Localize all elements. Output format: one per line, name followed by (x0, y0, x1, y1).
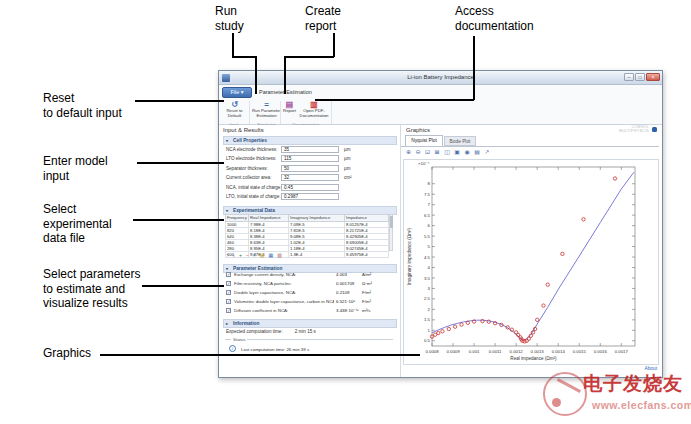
delete-row-icon[interactable]: − (246, 252, 249, 259)
table-toolbar: ↑↓+−×▨▦▥ (226, 252, 282, 259)
reset-to-default-button[interactable]: ↺ Reset to Default (221, 100, 248, 122)
annotation-reset-to-default: Reset to default input (43, 91, 122, 120)
field-input[interactable]: 32 (281, 174, 339, 181)
parameter-checkbox[interactable]: ✓ (226, 272, 231, 277)
section-cell-properties[interactable]: Cell Properties (223, 136, 397, 145)
parameter-checkbox[interactable]: ✓ (226, 281, 231, 286)
zoom-in-icon[interactable]: ⊕ (406, 148, 411, 157)
content-area: Input & Results Cell Properties NCA elec… (219, 125, 662, 377)
parameter-label: Film resistivity, NCA particles: (234, 281, 334, 286)
expected-computation-value: 2 min 15 s (295, 329, 316, 334)
zoom-extents-icon[interactable]: ⊠ (435, 148, 440, 157)
svg-text:1.5: 1.5 (424, 317, 431, 322)
maximize-button[interactable]: □ (635, 73, 645, 81)
field-input[interactable]: 0.45 (281, 184, 339, 191)
connector-access-documentation (473, 36, 475, 100)
move-down-icon[interactable]: ↓ (233, 252, 236, 259)
connector-run-study (232, 56, 257, 58)
ribbon-separator (249, 101, 250, 124)
svg-text:Imaginary impedance (Ωm²): Imaginary impedance (Ωm²) (407, 228, 412, 286)
parameter-row: ✓Diffusion coefficient in NCA:3.438·10⁻¹… (223, 306, 397, 315)
split-window-icon[interactable]: ◫ (444, 148, 450, 157)
annotation-graphics: Graphics (43, 346, 91, 361)
field-label: NCA electrode thickness: (226, 147, 277, 152)
parameter-checkbox[interactable]: ✓ (226, 308, 231, 313)
field-label: LTO electrode thickness: (226, 156, 276, 161)
svg-text:7: 7 (428, 202, 431, 207)
table-header-row: FrequencyReal ImpedanceImaginary Impedan… (226, 215, 389, 222)
annotation-access-documentation: Access documentation (455, 4, 534, 33)
field-input[interactable]: 50 (281, 165, 339, 172)
field-input[interactable]: 0.2987 (281, 193, 339, 200)
print-icon[interactable]: ▤ (474, 148, 480, 157)
zoom-out-icon[interactable]: ⊖ (416, 148, 421, 157)
status-label: Status (231, 337, 247, 342)
scrollbar-thumb[interactable] (390, 216, 393, 228)
file-menu-button[interactable]: File ▾ (222, 87, 252, 98)
connector-run-study (232, 33, 234, 57)
nyquist-plot[interactable]: 0.00080.00090.0010.00110.00120.00130.001… (404, 160, 658, 364)
connector-reset-to-default (135, 100, 224, 102)
report-button[interactable]: ▤ Report (281, 100, 298, 122)
connector-run-study (255, 56, 257, 94)
svg-text:2: 2 (428, 307, 431, 312)
field-row: NCA, initial state of charge:0.45 (223, 183, 397, 193)
connector-create-report (333, 33, 335, 57)
table-cell: 1.3E-4 (289, 251, 345, 257)
svg-text:0.0013: 0.0013 (531, 349, 545, 354)
svg-text:0.0011: 0.0011 (489, 349, 502, 354)
load-file-icon[interactable]: ▨ (260, 252, 265, 259)
svg-text:0.001: 0.001 (469, 349, 480, 354)
field-row: LTO electrode thickness:115µm (223, 155, 397, 165)
parameter-value: 3.438·10⁻¹⁵ (336, 308, 359, 313)
field-row: NCA electrode thickness:35µm (223, 145, 397, 155)
table-scrollbar[interactable] (389, 214, 393, 251)
section-information[interactable]: Information (223, 319, 397, 328)
parameter-checkbox[interactable]: ✓ (226, 290, 231, 295)
expected-computation-time: Expected computation time:2 min 15 s (226, 329, 316, 334)
parameter-label: Double layer capacitance, NCA: (234, 290, 334, 295)
svg-text:8: 8 (428, 181, 431, 186)
tab-nyquist-plot[interactable]: Nyquist Plot (405, 135, 443, 146)
svg-text:0.0017: 0.0017 (615, 349, 629, 354)
run-parameter-estimation-button[interactable]: = Run Parameter Estimation (251, 100, 282, 122)
save-file-icon[interactable]: ▦ (269, 252, 274, 259)
comsol-logo-icon (652, 127, 657, 132)
connector-select-experimental-data (133, 219, 224, 221)
clear-table-icon[interactable]: × (253, 252, 256, 259)
graphics-title: Graphics (406, 127, 430, 133)
parameter-estimation-rows: ✓Exchange current density, NCA:4.003A/m²… (223, 270, 397, 315)
annotation-enter-model-input: Enter model input (43, 154, 108, 183)
annotated-screenshot: Run study Create report Access documenta… (0, 0, 691, 424)
parameter-checkbox[interactable]: ✓ (226, 299, 231, 304)
tab-bode-plot[interactable]: Bode Plot (444, 136, 476, 146)
watermark-url: www.elecfans.com (592, 399, 691, 411)
export-table-icon[interactable]: ▥ (277, 252, 282, 259)
parameter-unit: A/m² (362, 272, 371, 277)
parameter-row: ✓Film resistivity, NCA particles:0.00170… (223, 279, 397, 288)
parameter-value: 0.2109 (336, 290, 349, 295)
zoom-box-icon[interactable]: ⊡ (425, 148, 430, 157)
field-input[interactable]: 35 (281, 146, 339, 153)
svg-text:0.0012: 0.0012 (510, 349, 524, 354)
svg-text:5.5: 5.5 (424, 234, 431, 239)
field-label: Current collector area: (226, 175, 271, 180)
field-unit: µm (344, 166, 350, 171)
run-parameter-estimation-label: Run Parameter Estimation (252, 108, 281, 118)
close-button[interactable]: × (646, 73, 660, 81)
plot-area: 0.00080.00090.0010.00110.00120.00130.001… (403, 159, 659, 365)
parameter-label: Diffusion coefficient in NCA: (234, 308, 334, 313)
export-plot-icon[interactable]: ↗ (484, 148, 489, 157)
field-unit: µm (344, 147, 350, 152)
field-input[interactable]: 115 (281, 155, 339, 162)
snapshot-icon[interactable]: ◉ (464, 148, 469, 157)
single-window-icon[interactable]: ▣ (454, 148, 460, 157)
minimize-button[interactable]: – (624, 73, 634, 81)
open-pdf-documentation-button[interactable]: ▥ Open PDF- Documentation (299, 100, 329, 122)
move-up-icon[interactable]: ↑ (226, 252, 229, 259)
parameter-row: ✓Double layer capacitance, NCA:0.2109F/m… (223, 288, 397, 297)
field-label: Separator thickness: (226, 166, 268, 171)
connector-enter-model-input (137, 162, 224, 164)
open-pdf-documentation-label: Open PDF- Documentation (300, 108, 329, 118)
add-row-icon[interactable]: + (239, 252, 242, 259)
